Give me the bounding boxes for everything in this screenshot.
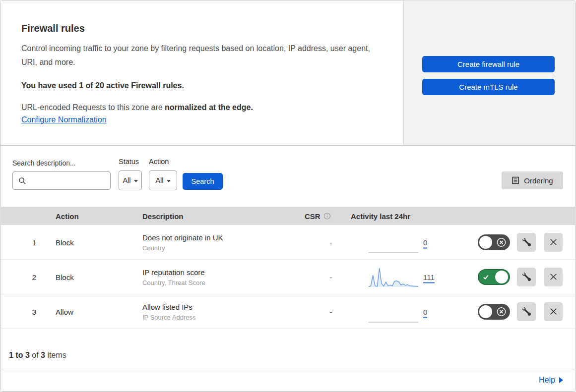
status-select-value: All bbox=[123, 176, 130, 184]
help-arrow-icon bbox=[559, 377, 563, 383]
edit-cell bbox=[517, 268, 536, 286]
toggle-cell bbox=[478, 269, 510, 285]
help-link[interactable]: Help bbox=[539, 376, 563, 385]
usage-summary: You have used 1 of 20 active Firewall ru… bbox=[21, 81, 383, 90]
pagination-bar: 1 to 3 of 3 items bbox=[1, 331, 575, 369]
rule-csr-value: - bbox=[319, 307, 343, 316]
rule-description-title: IP reputation score bbox=[142, 268, 205, 276]
delete-rule-button[interactable] bbox=[544, 268, 563, 286]
rule-action: Block bbox=[56, 238, 74, 246]
rule-enabled-toggle[interactable] bbox=[478, 269, 510, 285]
items-total: 3 bbox=[41, 351, 45, 359]
action-select[interactable]: All bbox=[149, 170, 177, 190]
toggle-cross-icon bbox=[497, 307, 506, 316]
rule-description: Allow listed IPs IP Source Address bbox=[142, 302, 195, 321]
items-label: items bbox=[47, 351, 66, 359]
table-row: 3 Allow Allow listed IPs IP Source Addre… bbox=[1, 294, 575, 329]
delete-cell bbox=[544, 233, 563, 252]
filter-bar: Search description... Status All Action … bbox=[1, 146, 575, 207]
rule-enabled-toggle[interactable] bbox=[478, 304, 510, 320]
edit-rule-button[interactable] bbox=[517, 268, 536, 286]
delete-rule-button[interactable] bbox=[544, 233, 563, 252]
items-of: of bbox=[32, 351, 38, 359]
column-header-activity: Activity last 24hr bbox=[351, 212, 410, 220]
activity-count-link[interactable]: 0 bbox=[423, 307, 427, 318]
rule-description-title: Does not originate in UK bbox=[142, 233, 223, 241]
edit-rule-button[interactable] bbox=[517, 233, 536, 252]
close-icon bbox=[549, 307, 558, 316]
activity-count-cell: 0 bbox=[423, 238, 427, 246]
toggle-cell bbox=[478, 304, 510, 320]
rule-priority: 1 bbox=[28, 238, 40, 246]
toggle-knob bbox=[479, 236, 492, 249]
edit-rule-button[interactable] bbox=[517, 302, 536, 321]
rule-description: IP reputation score Country, Threat Scor… bbox=[142, 268, 205, 286]
toggle-knob bbox=[495, 271, 508, 283]
table-row: 1 Block Does not originate in UK Country… bbox=[1, 225, 575, 260]
activity-count-cell: 0 bbox=[423, 307, 427, 316]
search-icon bbox=[18, 177, 26, 185]
action-filter-label: Action bbox=[149, 158, 169, 166]
edit-cell bbox=[517, 302, 536, 321]
rules-table-body: 1 Block Does not originate in UK Country… bbox=[1, 225, 575, 329]
normalization-note: URL-encoded Requests to this zone are no… bbox=[21, 103, 383, 112]
ordering-list-icon bbox=[512, 176, 519, 184]
rule-action: Block bbox=[56, 273, 74, 281]
close-icon bbox=[549, 273, 558, 281]
help-link-label: Help bbox=[539, 376, 555, 385]
header-section: Firewall rules Control incoming traffic … bbox=[1, 1, 575, 146]
ordering-button-label: Ordering bbox=[524, 176, 553, 185]
activity-sparkline bbox=[369, 231, 418, 253]
rule-description: Does not originate in UK Country bbox=[142, 233, 223, 251]
search-description-label: Search description... bbox=[12, 159, 76, 167]
toggle-cross-icon bbox=[497, 237, 506, 247]
csr-header-label: CSR bbox=[305, 212, 320, 220]
toggle-knob bbox=[479, 305, 492, 318]
edit-cell bbox=[517, 233, 536, 252]
close-icon bbox=[549, 238, 558, 246]
ordering-button[interactable]: Ordering bbox=[502, 171, 563, 189]
rule-criteria: Country, Threat Score bbox=[142, 279, 205, 286]
normalization-note-text: URL-encoded Requests to this zone are bbox=[21, 103, 163, 112]
search-button[interactable]: Search bbox=[183, 173, 223, 190]
column-header-action: Action bbox=[56, 212, 79, 220]
rule-description-title: Allow listed IPs bbox=[142, 302, 195, 311]
activity-count-cell: 111 bbox=[423, 273, 435, 281]
action-select-value: All bbox=[155, 176, 163, 184]
firewall-rules-card: Firewall rules Control incoming traffic … bbox=[0, 0, 576, 392]
activity-sparkline bbox=[369, 266, 418, 288]
info-icon[interactable] bbox=[323, 212, 331, 220]
activity-count-link[interactable]: 0 bbox=[423, 238, 427, 248]
search-input[interactable] bbox=[30, 177, 110, 185]
table-header: Action Description CSR Activity last 24h… bbox=[1, 207, 575, 225]
wrench-icon bbox=[522, 273, 531, 281]
status-filter-label: Status bbox=[119, 158, 139, 166]
create-firewall-rule-button[interactable]: Create firewall rule bbox=[422, 56, 555, 72]
create-mtls-rule-button[interactable]: Create mTLS rule bbox=[422, 79, 555, 95]
delete-cell bbox=[544, 268, 563, 286]
configure-normalization-link[interactable]: Configure Normalization bbox=[21, 115, 107, 124]
normalization-note-bold: normalized at the edge. bbox=[165, 103, 253, 112]
activity-count-link[interactable]: 111 bbox=[423, 273, 435, 283]
rule-criteria: Country bbox=[142, 244, 223, 251]
items-range: 1 to 3 bbox=[9, 351, 30, 359]
rule-priority: 3 bbox=[28, 307, 40, 316]
search-field[interactable] bbox=[12, 171, 111, 190]
items-count-text: 1 to 3 of 3 items bbox=[9, 351, 66, 360]
column-header-csr: CSR bbox=[305, 212, 331, 220]
toggle-cell bbox=[478, 234, 510, 250]
rule-csr-value: - bbox=[319, 273, 343, 281]
actions-panel: Create firewall rule Create mTLS rule bbox=[403, 1, 575, 145]
activity-sparkline bbox=[369, 301, 418, 323]
header-text-block: Firewall rules Control incoming traffic … bbox=[1, 1, 403, 145]
status-select[interactable]: All bbox=[119, 170, 142, 190]
rule-enabled-toggle[interactable] bbox=[478, 234, 510, 250]
toggle-check-icon bbox=[483, 274, 489, 280]
help-bar: Help bbox=[1, 369, 575, 391]
delete-rule-button[interactable] bbox=[544, 302, 563, 321]
rule-criteria: IP Source Address bbox=[142, 313, 195, 321]
table-row: 2 Block IP reputation score Country, Thr… bbox=[1, 260, 575, 294]
wrench-icon bbox=[522, 307, 531, 316]
column-header-description: Description bbox=[142, 212, 184, 220]
chevron-down-icon bbox=[134, 180, 138, 182]
